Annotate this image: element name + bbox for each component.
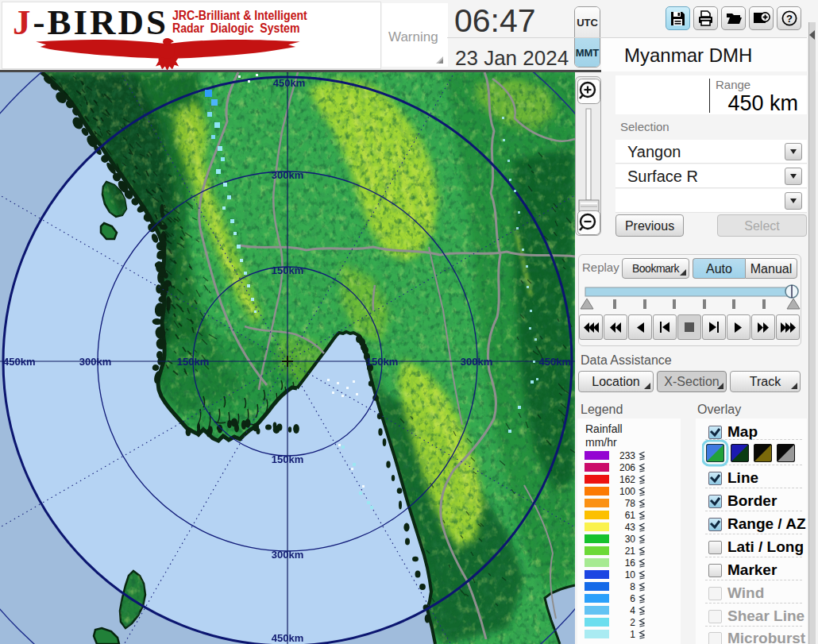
- svg-text:300km: 300km: [461, 356, 492, 368]
- svg-text:150km: 150km: [272, 264, 303, 276]
- svg-text:450km: 450km: [3, 356, 35, 368]
- svg-text:150km: 150km: [177, 356, 209, 368]
- svg-text:450km: 450km: [272, 632, 303, 644]
- svg-text:150km: 150km: [366, 356, 398, 368]
- svg-text:300km: 300km: [272, 549, 303, 561]
- svg-text:300km: 300km: [79, 356, 111, 368]
- svg-text:450km: 450km: [539, 356, 571, 368]
- svg-text:?: ?: [786, 13, 793, 25]
- svg-text:150km: 150km: [272, 453, 303, 465]
- svg-text:450km: 450km: [273, 77, 305, 89]
- svg-text:300km: 300km: [272, 169, 303, 181]
